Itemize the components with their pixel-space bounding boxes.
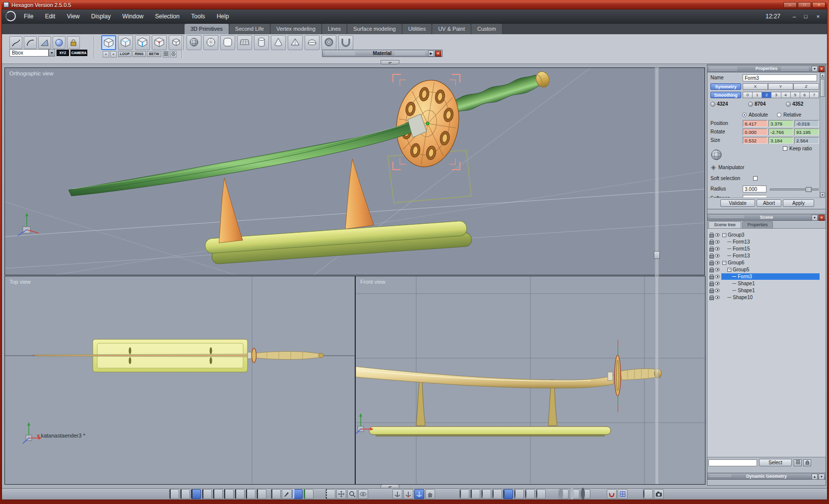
shading-wireframe-dense-icon[interactable] (470, 489, 480, 499)
subdiv-cage-icon[interactable] (580, 489, 590, 499)
tree-row-shape10[interactable]: Shape10 (707, 294, 826, 301)
abort-button[interactable]: Abort (757, 199, 781, 207)
lock-icon[interactable] (709, 253, 713, 258)
top-viewport[interactable] (4, 276, 355, 485)
layout-split-hh-icon[interactable] (213, 489, 223, 499)
lock-icon[interactable] (709, 240, 713, 244)
shading-flat-icon[interactable] (514, 489, 524, 499)
relative-radio[interactable] (777, 113, 781, 117)
window-minimize-button[interactable]: – (783, 2, 797, 8)
marquee-select-icon[interactable] (325, 489, 335, 499)
radius-slider-thumb[interactable] (806, 187, 812, 192)
window-maximize-button[interactable]: □ (798, 2, 811, 8)
menu-display[interactable]: Display (86, 9, 116, 24)
front-canvas[interactable] (356, 276, 705, 484)
orthographic-viewport[interactable] (4, 67, 705, 275)
front-viewport[interactable] (355, 276, 705, 485)
size-z-field[interactable]: 2.564 (794, 137, 819, 144)
select-plus-button[interactable]: + (110, 51, 117, 58)
scene-collapse-button[interactable]: ▼ (812, 215, 818, 221)
tab-3d-primitives[interactable]: 3D Primitives (185, 24, 229, 34)
lock-icon[interactable] (709, 233, 713, 237)
scene-panel-header[interactable]: Scene ▼ × (707, 214, 826, 221)
shading-hidden-line-icon[interactable] (492, 489, 502, 499)
menu-window[interactable]: Window (118, 9, 149, 24)
material-close-button[interactable]: × (435, 51, 441, 57)
properties-scrollbar[interactable]: ▲ ▼ (820, 73, 825, 197)
symmetry-x-button[interactable]: X (743, 83, 768, 90)
radius-input[interactable] (743, 186, 766, 192)
material-panel-header[interactable]: Material ▶ × (322, 50, 443, 57)
scroll-up-arrow[interactable]: ▲ (820, 73, 825, 78)
symmetry-button[interactable]: Symmetry (710, 83, 741, 90)
properties-close-button[interactable]: × (819, 66, 825, 72)
layout-single-icon[interactable] (169, 489, 179, 499)
smoothing-level-4[interactable]: 4 (781, 92, 791, 98)
cube-point-tool[interactable] (152, 35, 167, 50)
add-point-button[interactable]: + (103, 51, 109, 58)
smoothing-level-3[interactable]: 3 (771, 92, 781, 98)
size-x-field[interactable]: 0.532 (743, 137, 767, 144)
tube-primitive-tool[interactable] (338, 35, 353, 50)
menu-tools[interactable]: Tools (186, 9, 210, 24)
rounded-cube-primitive-tool[interactable] (220, 35, 235, 50)
pixel-grid-icon[interactable] (271, 489, 281, 499)
trackball-icon[interactable] (710, 149, 722, 161)
lock-icon[interactable] (709, 247, 713, 251)
lock-icon[interactable] (709, 260, 713, 265)
viewport-scroll-thumb[interactable] (654, 251, 660, 259)
render-camera-icon[interactable] (654, 489, 664, 499)
tab-lines[interactable]: Lines (322, 24, 347, 34)
subdiv-smooth-icon[interactable] (570, 489, 579, 499)
camera-toggle-button[interactable]: CAMERA (70, 50, 87, 56)
absolute-radio[interactable] (742, 113, 747, 117)
eye-icon[interactable] (715, 233, 720, 237)
lock-icon[interactable] (709, 267, 713, 272)
name-input[interactable] (743, 74, 817, 81)
app-close-button[interactable]: × (813, 12, 823, 21)
tab-uv-paint[interactable]: UV & Paint (432, 24, 471, 34)
window-close-button[interactable]: × (812, 2, 826, 8)
hand-tool-icon[interactable] (425, 489, 435, 499)
smoothing-level-5[interactable]: 5 (791, 92, 800, 98)
freehand-select-tool[interactable] (9, 36, 22, 49)
scene-tree[interactable]: −Group3 Form13 Form15 Form13 −Group6 −Gr… (707, 228, 826, 457)
shading-points-icon[interactable] (481, 489, 491, 499)
scroll-thumb[interactable] (820, 79, 825, 97)
soft-selection-checkbox[interactable] (753, 176, 758, 181)
grid-snap-icon[interactable] (618, 489, 628, 499)
surface-tool[interactable] (38, 36, 51, 49)
smoothing-level-6[interactable]: 6 (800, 92, 810, 98)
dynamic-geometry-down-button[interactable]: ▼ (819, 474, 825, 480)
menu-file[interactable]: File (19, 9, 38, 24)
bbox-select[interactable]: Bbox (9, 49, 49, 57)
layout-split-th-icon[interactable] (224, 489, 234, 499)
arc-tool[interactable] (24, 36, 37, 49)
smoothing-level-0[interactable]: 0 (743, 92, 753, 98)
uv-grid-icon[interactable] (293, 489, 303, 499)
tab-second-life[interactable]: Second Life (229, 24, 270, 34)
between-select-button[interactable]: BETW (147, 51, 161, 57)
scene-filter-input[interactable] (708, 459, 757, 466)
shading-smooth-icon[interactable] (503, 489, 513, 499)
orthographic-canvas[interactable] (5, 68, 705, 275)
menu-selection[interactable]: Selection (150, 9, 185, 24)
target-selection-button[interactable] (170, 51, 177, 58)
tab-custom[interactable]: Custom (471, 24, 503, 34)
app-maximize-button[interactable]: □ (801, 12, 811, 21)
material-expand-button[interactable]: ▶ (428, 51, 434, 57)
top-canvas[interactable] (5, 276, 355, 484)
expander-icon[interactable]: − (727, 268, 731, 272)
rotate-x-field[interactable]: 0.000 (743, 128, 767, 135)
lock-tool[interactable] (67, 36, 80, 49)
expander-icon[interactable]: − (722, 261, 726, 265)
pan-icon[interactable] (336, 489, 346, 499)
pyramid-primitive-tool[interactable] (288, 35, 303, 50)
dynamic-geometry-up-button[interactable]: ▲ (812, 474, 818, 480)
validate-button[interactable]: Validate (720, 199, 755, 207)
magnet-snap-icon[interactable] (607, 489, 617, 499)
loop-select-button[interactable]: LOOP (118, 51, 131, 57)
rotate-z-field[interactable]: 93.195 (794, 128, 819, 135)
axis-world-icon[interactable] (392, 489, 402, 499)
subdiv-preview-icon[interactable] (559, 489, 569, 499)
